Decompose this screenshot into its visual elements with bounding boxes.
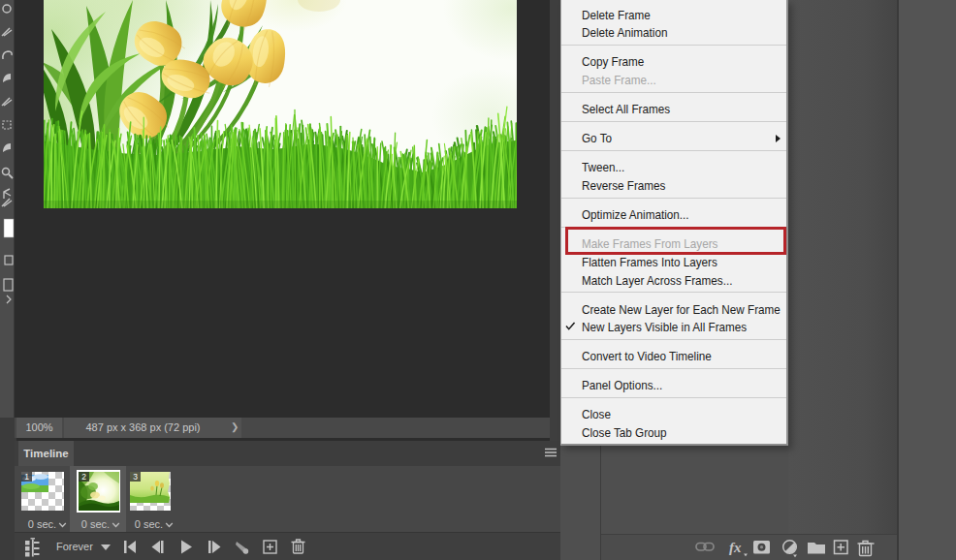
svg-text:fx: fx xyxy=(729,540,742,555)
